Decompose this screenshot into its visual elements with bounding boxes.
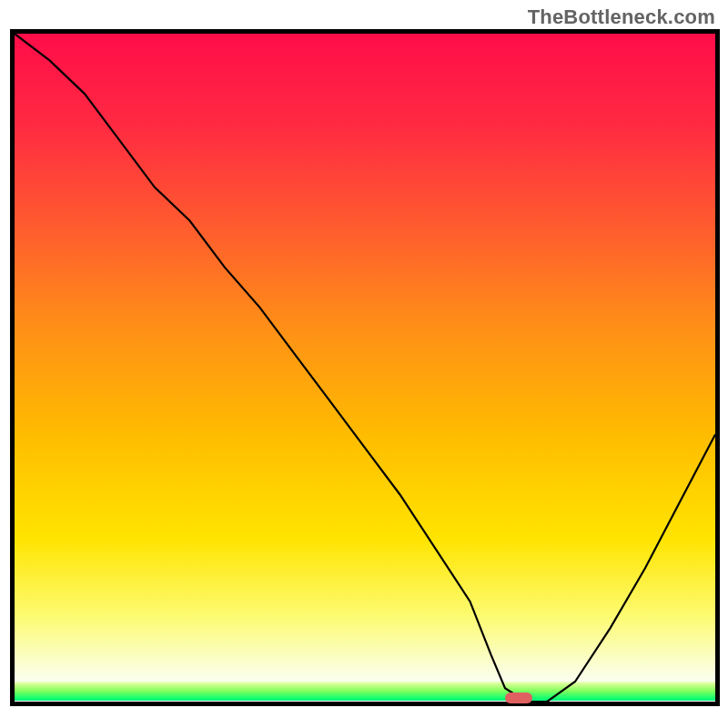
axis-bottom [10, 702, 720, 706]
axis-right [715, 29, 720, 706]
gradient-background [15, 34, 715, 681]
optimal-marker [505, 693, 532, 703]
watermark-label: TheBottleneck.com [528, 5, 715, 29]
axis-top [10, 29, 720, 34]
bottleneck-chart [0, 0, 728, 728]
axis-left [10, 29, 15, 706]
